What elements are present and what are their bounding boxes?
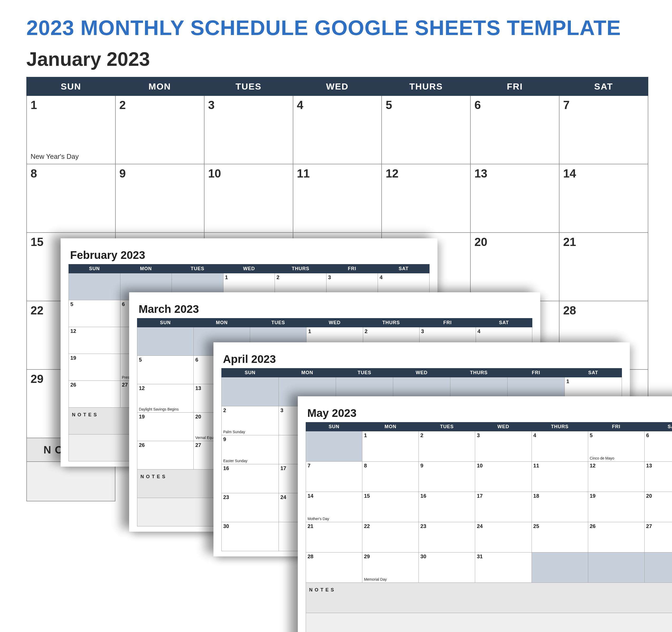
calendar-cell[interactable]: 9Easter Sunday xyxy=(222,435,279,464)
calendar-cell[interactable]: 19 xyxy=(137,413,194,441)
calendar-cell[interactable]: 12 xyxy=(382,164,471,232)
calendar-cell[interactable]: 2Palm Sunday xyxy=(222,406,279,435)
calendar-cell[interactable]: 15 xyxy=(362,492,419,522)
day-header: FRI xyxy=(588,422,644,431)
notes-body[interactable] xyxy=(306,613,672,632)
calendar-cell[interactable]: 14 xyxy=(559,164,648,232)
calendar-cell[interactable]: 26 xyxy=(69,381,120,408)
calendar-cell[interactable]: 24 xyxy=(475,522,531,553)
calendar-cell[interactable]: 21 xyxy=(559,232,648,301)
calendar-cell[interactable]: 4 xyxy=(293,96,382,164)
calendar-cell[interactable]: 8 xyxy=(27,164,115,232)
calendar-cell[interactable]: 8 xyxy=(362,462,419,492)
calendar-cell[interactable]: 7 xyxy=(559,96,648,164)
calendar-cell[interactable]: 26 xyxy=(588,522,644,553)
day-number: 4 xyxy=(297,99,303,111)
calendar-cell[interactable]: 9 xyxy=(115,164,204,232)
calendar-cell[interactable]: 23 xyxy=(222,493,279,522)
event-label: Memorial Day xyxy=(364,577,387,581)
calendar-cell[interactable]: 10 xyxy=(475,462,531,492)
day-number: 6 xyxy=(474,99,481,111)
calendar-cell[interactable]: 29Memorial Day xyxy=(362,553,419,583)
calendar-cell[interactable]: 13 xyxy=(644,462,672,492)
calendar-cell[interactable]: 12 xyxy=(588,462,644,492)
event-label: Easter Sunday xyxy=(223,459,247,463)
day-header: THURS xyxy=(363,319,419,327)
calendar-cell[interactable]: 10 xyxy=(204,164,293,232)
calendar-cell[interactable]: 5 xyxy=(69,300,120,327)
day-number: 13 xyxy=(474,167,487,180)
calendar-cell[interactable] xyxy=(306,431,362,462)
calendar-cell[interactable]: 5 xyxy=(137,356,194,384)
day-header: FRI xyxy=(471,77,559,96)
day-header: SAT xyxy=(559,77,648,96)
calendar-cell[interactable]: 20 xyxy=(644,492,672,522)
day-header: TUES xyxy=(204,77,293,96)
calendar-cell[interactable]: 22 xyxy=(362,522,419,553)
calendar-cell[interactable]: 2 xyxy=(419,431,475,462)
calendar-cell[interactable]: 5Cinco de Mayo xyxy=(588,431,644,462)
day-header: THURS xyxy=(275,264,327,273)
day-header: WED xyxy=(293,77,382,96)
day-header: FRI xyxy=(508,369,565,377)
calendar-cell[interactable]: 12Daylight Savings Begins xyxy=(137,384,194,413)
calendar-cell[interactable]: 11 xyxy=(531,462,588,492)
calendar-cell[interactable]: 20 xyxy=(471,232,559,301)
day-header: MON xyxy=(362,422,419,431)
calendar-cell[interactable]: 30 xyxy=(419,553,475,583)
calendar-cell[interactable]: 12 xyxy=(69,327,120,354)
calendar-cell[interactable]: 6 xyxy=(644,431,672,462)
day-header: SUN xyxy=(69,264,120,273)
day-header: TUES xyxy=(250,319,307,327)
calendar-cell[interactable]: 19 xyxy=(588,492,644,522)
day-header: MON xyxy=(120,264,172,273)
day-header: MON xyxy=(279,369,336,377)
page-title: 2023 MONTHLY SCHEDULE GOOGLE SHEETS TEMP… xyxy=(26,16,651,40)
calendar-cell[interactable]: 27 xyxy=(644,522,672,553)
day-number: 7 xyxy=(563,99,570,111)
calendar-cell[interactable]: 1 xyxy=(362,431,419,462)
day-header: WED xyxy=(475,422,531,431)
calendar-cell[interactable]: 21 xyxy=(306,522,362,553)
calendar-cell[interactable]: 30 xyxy=(222,522,279,551)
calendar-cell[interactable]: 6 xyxy=(471,96,559,164)
january-notes-body[interactable] xyxy=(26,462,115,501)
calendar-cell[interactable]: 3 xyxy=(475,431,531,462)
calendar-cell[interactable]: 16 xyxy=(419,492,475,522)
day-number: 8 xyxy=(30,167,37,180)
calendar-cell[interactable] xyxy=(69,273,120,300)
day-header: SUN xyxy=(137,319,194,327)
day-header: TUES xyxy=(172,264,223,273)
calendar-cell[interactable]: 13 xyxy=(471,164,559,232)
calendar-cell[interactable] xyxy=(644,553,672,583)
calendar-cell[interactable]: 23 xyxy=(419,522,475,553)
calendar-cell[interactable]: 31 xyxy=(475,553,531,583)
calendar-cell[interactable]: 28 xyxy=(306,553,362,583)
calendar-cell[interactable]: 2 xyxy=(115,96,204,164)
calendar-cell[interactable]: 16 xyxy=(222,464,279,493)
day-number: 21 xyxy=(563,235,576,248)
day-number: 11 xyxy=(297,167,310,180)
calendar-cell[interactable]: 25 xyxy=(531,522,588,553)
calendar-cell[interactable]: 4 xyxy=(531,431,588,462)
calendar-cell[interactable]: 5 xyxy=(382,96,471,164)
day-number: 9 xyxy=(119,167,126,180)
calendar-cell[interactable]: 3 xyxy=(204,96,293,164)
day-header: WED xyxy=(393,369,450,377)
calendar-cell[interactable]: 18 xyxy=(531,492,588,522)
calendar-cell[interactable]: 7 xyxy=(306,462,362,492)
february-month-title: February 2023 xyxy=(70,249,430,261)
calendar-cell[interactable]: 26 xyxy=(137,441,194,470)
calendar-cell[interactable]: 1New Year's Day xyxy=(27,96,115,164)
day-header: SAT xyxy=(644,422,672,431)
calendar-cell[interactable]: 17 xyxy=(475,492,531,522)
calendar-cell[interactable] xyxy=(531,553,588,583)
day-header: WED xyxy=(307,319,363,327)
calendar-cell[interactable] xyxy=(222,377,279,406)
calendar-cell[interactable]: 19 xyxy=(69,354,120,381)
calendar-cell[interactable] xyxy=(588,553,644,583)
calendar-cell[interactable] xyxy=(137,327,194,356)
calendar-cell[interactable]: 14Mother's Day xyxy=(306,492,362,522)
calendar-cell[interactable]: 9 xyxy=(419,462,475,492)
calendar-cell[interactable]: 11 xyxy=(293,164,382,232)
